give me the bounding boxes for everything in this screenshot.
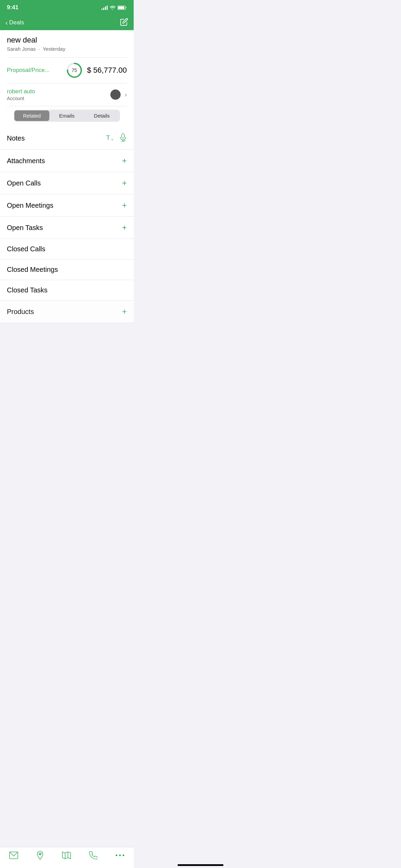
- account-name: robert auto: [7, 88, 106, 95]
- closed-tasks-label: Closed Tasks: [7, 286, 127, 294]
- account-type: Account: [7, 96, 106, 101]
- status-icons: [101, 5, 127, 10]
- open-calls-label: Open Calls: [7, 179, 122, 187]
- battery-icon: [118, 5, 127, 10]
- attachments-label: Attachments: [7, 157, 122, 165]
- edit-button[interactable]: [120, 18, 128, 27]
- svg-rect-1: [118, 6, 124, 9]
- account-info: robert auto Account: [7, 88, 106, 101]
- related-content: Notes T + + Attachments +: [0, 127, 134, 350]
- open-tasks-section: Open Tasks +: [0, 217, 134, 239]
- svg-text:T: T: [106, 134, 110, 141]
- segment-control: Related Emails Details: [14, 110, 120, 122]
- text-icon-svg: T +: [106, 133, 114, 142]
- stage-row: Proposal/Price... 75 $ 56,777.00: [7, 57, 127, 83]
- status-bar: 9:41: [0, 0, 134, 15]
- stage-number: 75: [72, 68, 77, 73]
- products-add-icon[interactable]: +: [122, 307, 127, 316]
- closed-calls-section: Closed Calls: [0, 239, 134, 260]
- back-button[interactable]: ‹ Deals: [5, 19, 24, 27]
- stage-progress-circle: 75: [66, 62, 83, 79]
- stage-label[interactable]: Proposal/Price...: [7, 67, 62, 74]
- notes-actions: T + +: [106, 133, 127, 143]
- deal-subtitle: Sarah Jonas · Yesterday: [7, 46, 127, 52]
- tab-details[interactable]: Details: [84, 110, 119, 121]
- tab-emails[interactable]: Emails: [49, 110, 84, 121]
- signal-icon: [101, 5, 108, 10]
- edit-icon: [120, 18, 128, 26]
- deal-owner: Sarah Jonas: [7, 46, 36, 52]
- back-chevron-icon: ‹: [5, 19, 8, 27]
- deal-timestamp: Yesterday: [42, 46, 65, 52]
- nav-bar: ‹ Deals: [0, 15, 134, 30]
- deal-title: new deal: [7, 36, 127, 45]
- status-time: 9:41: [7, 4, 19, 11]
- attachments-add-icon[interactable]: +: [122, 156, 127, 166]
- open-tasks-add-icon[interactable]: +: [122, 223, 127, 232]
- subtitle-separator: ·: [38, 46, 40, 52]
- account-chevron-icon: ›: [125, 91, 127, 98]
- notes-section: Notes T + +: [0, 127, 134, 150]
- svg-text:+: +: [124, 139, 126, 142]
- open-meetings-label: Open Meetings: [7, 202, 122, 209]
- mic-icon-svg: +: [119, 133, 127, 142]
- closed-meetings-label: Closed Meetings: [7, 266, 127, 274]
- products-label: Products: [7, 308, 122, 316]
- open-meetings-section: Open Meetings +: [0, 194, 134, 217]
- deal-header: new deal Sarah Jonas · Yesterday Proposa…: [0, 30, 134, 127]
- open-meetings-add-icon[interactable]: +: [122, 201, 127, 210]
- notes-mic-add-icon[interactable]: +: [119, 133, 127, 143]
- closed-meetings-section: Closed Meetings: [0, 260, 134, 280]
- open-calls-section: Open Calls +: [0, 172, 134, 194]
- svg-text:+: +: [111, 137, 113, 142]
- open-calls-add-icon[interactable]: +: [122, 178, 127, 188]
- closed-calls-label: Closed Calls: [7, 245, 127, 253]
- deal-amount: $ 56,777.00: [87, 66, 127, 75]
- svg-rect-6: [122, 134, 124, 138]
- closed-tasks-section: Closed Tasks: [0, 280, 134, 301]
- account-row[interactable]: robert auto Account ›: [7, 83, 127, 106]
- back-label: Deals: [9, 19, 24, 26]
- wifi-icon: [110, 5, 116, 10]
- segment-container: Related Emails Details: [7, 106, 127, 127]
- products-section: Products +: [0, 301, 134, 323]
- open-tasks-label: Open Tasks: [7, 224, 122, 232]
- attachments-section: Attachments +: [0, 150, 134, 172]
- tab-related[interactable]: Related: [14, 110, 49, 121]
- notes-text-add-icon[interactable]: T +: [106, 133, 114, 143]
- account-avatar: [110, 89, 121, 100]
- notes-label: Notes: [7, 134, 106, 142]
